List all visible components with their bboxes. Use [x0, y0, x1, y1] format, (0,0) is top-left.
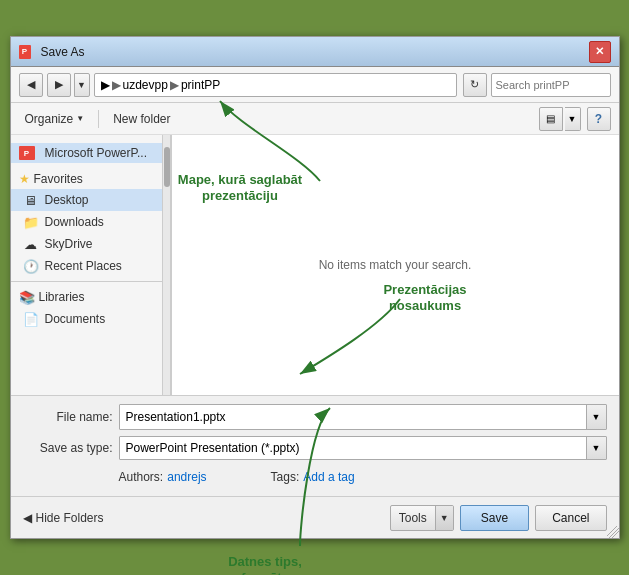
- tools-arrow-icon: ▼: [435, 506, 453, 530]
- sidebar-group-favorites: ★ Favorites: [11, 169, 162, 189]
- libraries-icon: 📚: [19, 289, 35, 305]
- dialog-title: Save As: [41, 45, 589, 59]
- svg-text:formāts: formāts: [241, 570, 289, 575]
- recent-icon: 🕐: [23, 258, 39, 274]
- sidebar-ppt-label: Microsoft PowerP...: [45, 146, 147, 160]
- help-button[interactable]: ?: [587, 107, 611, 131]
- forward-button[interactable]: ▶: [47, 73, 71, 97]
- authors-value[interactable]: andrejs: [167, 470, 206, 484]
- organize-chevron-icon: ▼: [76, 114, 84, 123]
- empty-message: No items match your search.: [319, 258, 472, 272]
- view-icon[interactable]: ▤: [539, 107, 563, 131]
- documents-label: Documents: [45, 312, 106, 326]
- search-box[interactable]: 🔍: [491, 73, 611, 97]
- filetype-label: Save as type:: [23, 441, 113, 455]
- bottom-bar: ◀ Hide Folders Tools ▼ Save Cancel: [11, 496, 619, 538]
- hide-folders-label: Hide Folders: [36, 511, 104, 525]
- sidebar-item-skydrive[interactable]: ☁ SkyDrive: [11, 233, 162, 255]
- tags-label: Tags:: [271, 470, 300, 484]
- filename-dropdown-button[interactable]: ▼: [586, 405, 606, 429]
- cancel-button[interactable]: Cancel: [535, 505, 606, 531]
- new-folder-button[interactable]: New folder: [107, 110, 176, 128]
- filetype-dropdown[interactable]: PowerPoint Presentation (*.pptx) ▼: [119, 436, 607, 460]
- search-input[interactable]: [492, 79, 611, 91]
- tools-label: Tools: [391, 511, 435, 525]
- skydrive-icon: ☁: [23, 236, 39, 252]
- sidebar-item-desktop[interactable]: 🖥 Desktop: [11, 189, 162, 211]
- filename-row: File name: ▼: [23, 404, 607, 430]
- authors-label: Authors:: [119, 470, 164, 484]
- sidebar-divider: [11, 281, 162, 282]
- back-button[interactable]: ◀: [19, 73, 43, 97]
- svg-text:Datnes tips,: Datnes tips,: [228, 554, 302, 569]
- filename-label: File name:: [23, 410, 113, 424]
- tags-add-link[interactable]: Add a tag: [303, 470, 354, 484]
- tools-button[interactable]: Tools ▼: [390, 505, 454, 531]
- sidebar: P Microsoft PowerP... ★ Favorites 🖥 Desk…: [11, 135, 162, 395]
- title-bar-icon: P: [19, 44, 35, 60]
- scroll-thumb: [164, 147, 170, 187]
- breadcrumb-item-2[interactable]: printPP: [181, 78, 220, 92]
- downloads-label: Downloads: [45, 215, 104, 229]
- hide-folders-button[interactable]: ◀ Hide Folders: [23, 511, 104, 525]
- desktop-label: Desktop: [45, 193, 89, 207]
- filetype-value: PowerPoint Presentation (*.pptx): [120, 441, 586, 455]
- close-button[interactable]: ✕: [589, 41, 611, 63]
- sidebar-item-recent[interactable]: 🕐 Recent Places: [11, 255, 162, 277]
- filetype-dropdown-arrow[interactable]: ▼: [586, 437, 606, 459]
- filetype-row: Save as type: PowerPoint Presentation (*…: [23, 436, 607, 460]
- downloads-icon: 📁: [23, 214, 39, 230]
- main-content: P Microsoft PowerP... ★ Favorites 🖥 Desk…: [11, 135, 619, 395]
- title-bar: P Save As ✕: [11, 37, 619, 67]
- organize-button[interactable]: Organize ▼: [19, 110, 91, 128]
- bottom-right-controls: Tools ▼ Save Cancel: [390, 505, 607, 531]
- documents-icon: 📄: [23, 311, 39, 327]
- history-dropdown[interactable]: ▼: [74, 73, 90, 97]
- view-controls: ▤ ▼ ?: [539, 107, 611, 131]
- star-icon: ★: [19, 172, 30, 186]
- breadcrumb-item-1[interactable]: uzdevpp: [123, 78, 168, 92]
- ppt-file-icon: P: [19, 146, 35, 160]
- sidebar-scrollbar[interactable]: [162, 135, 170, 395]
- filename-input[interactable]: [120, 405, 586, 429]
- breadcrumb-sep1: ▶: [112, 78, 121, 92]
- favorites-label: Favorites: [34, 172, 83, 186]
- resize-grip[interactable]: [607, 526, 619, 538]
- sidebar-item-downloads[interactable]: 📁 Downloads: [11, 211, 162, 233]
- sidebar-item-documents[interactable]: 📄 Documents: [11, 308, 162, 330]
- meta-row: Authors: andrejs Tags: Add a tag: [23, 466, 607, 488]
- ppt-icon: P: [19, 45, 31, 59]
- view-dropdown-button[interactable]: ▼: [565, 107, 581, 131]
- recent-label: Recent Places: [45, 259, 122, 273]
- save-button[interactable]: Save: [460, 505, 529, 531]
- breadcrumb-sep2: ▶: [170, 78, 179, 92]
- breadcrumb-root: ▶: [101, 78, 110, 92]
- form-area: File name: ▼ Save as type: PowerPoint Pr…: [11, 395, 619, 496]
- libraries-label: Libraries: [39, 290, 85, 304]
- sidebar-item-ppt[interactable]: P Microsoft PowerP...: [11, 143, 162, 163]
- nav-toolbar: ◀ ▶ ▼ ▶ ▶ uzdevpp ▶ printPP ↻ 🔍: [11, 67, 619, 103]
- refresh-button[interactable]: ↻: [463, 73, 487, 97]
- breadcrumb[interactable]: ▶ ▶ uzdevpp ▶ printPP: [94, 73, 457, 97]
- sidebar-group-libraries: 📚 Libraries: [11, 286, 162, 308]
- action-divider: [98, 110, 99, 128]
- hide-folders-chevron-icon: ◀: [23, 511, 32, 525]
- action-bar: Organize ▼ New folder ▤ ▼ ?: [11, 103, 619, 135]
- desktop-icon: 🖥: [23, 192, 39, 208]
- file-content-area: No items match your search.: [171, 135, 619, 395]
- skydrive-label: SkyDrive: [45, 237, 93, 251]
